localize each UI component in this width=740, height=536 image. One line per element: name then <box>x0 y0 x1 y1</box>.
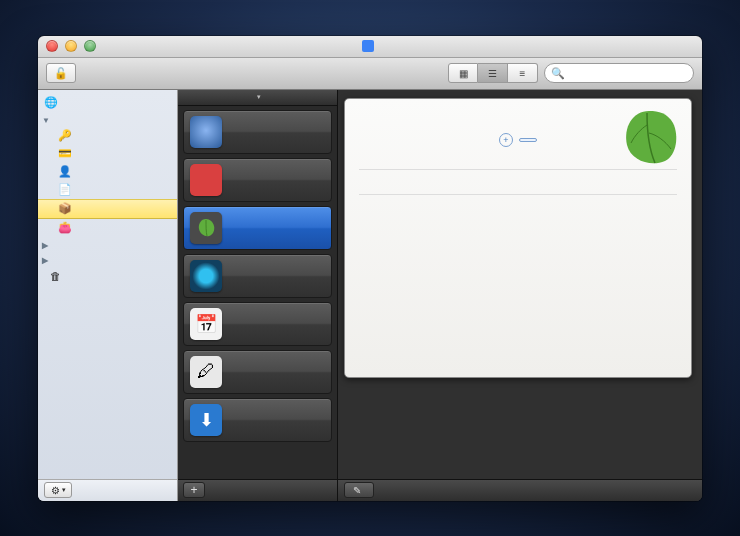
list-item[interactable]: ⬇ <box>183 398 332 442</box>
sidebar-item-software[interactable]: 📦 <box>38 199 177 219</box>
divider <box>359 169 677 170</box>
lock-button[interactable]: 🔓 <box>46 63 76 83</box>
tag-pill[interactable] <box>519 138 537 142</box>
tag-add-icon[interactable]: + <box>499 133 513 147</box>
app-icon-leap: ⬇ <box>190 404 222 436</box>
content-body: 🌐 ▼ 🔑 💳 👤 <box>38 90 702 501</box>
list-footer: + <box>178 479 337 501</box>
list-header[interactable]: ▾ <box>178 90 337 106</box>
list-icon: ☰ <box>488 68 497 79</box>
key-icon: 🔑 <box>58 129 72 143</box>
card-icon: 💳 <box>58 147 72 161</box>
detail-pane: + <box>338 90 702 501</box>
plus-icon: + <box>190 483 197 497</box>
app-icon-daisydisk <box>190 260 222 292</box>
sidebar-group-tags[interactable]: ▶ <box>38 252 177 267</box>
item-list-pane: ▾ <box>178 90 338 501</box>
sidebar-group-vault[interactable]: ▼ <box>38 112 177 127</box>
chevron-down-icon: ▾ <box>62 486 66 494</box>
list-item[interactable] <box>183 254 332 298</box>
view-segmented-control: ▦ ☰ ≡ <box>448 63 538 83</box>
list-item[interactable] <box>183 158 332 202</box>
grid-icon: ▦ <box>459 68 468 79</box>
sidebar-item-accounts[interactable]: 💳 <box>38 145 177 163</box>
sidebar-item-secure-notes[interactable]: 📄 <box>38 181 177 199</box>
gear-icon: ⚙ <box>51 485 60 496</box>
wallet-icon: 👛 <box>58 221 72 235</box>
sidebar-group-folders[interactable]: ▶ <box>38 237 177 252</box>
sidebar-item-logins[interactable]: 🔑 <box>38 127 177 145</box>
note-icon: 📄 <box>58 183 72 197</box>
toolbar: 🔓 ▦ ☰ ≡ 🔍 <box>38 58 702 90</box>
add-item-button[interactable]: + <box>183 482 205 498</box>
app-window: 🔓 ▦ ☰ ≡ 🔍 🌐 ▼ <box>38 36 702 501</box>
search-field[interactable]: 🔍 <box>544 63 694 83</box>
divider <box>359 194 677 195</box>
list-item-selected[interactable] <box>183 206 332 250</box>
sidebar-item-trash[interactable]: 🗑 <box>38 267 177 285</box>
window-title <box>38 40 702 52</box>
list-item[interactable] <box>183 110 332 154</box>
trash-icon: 🗑 <box>48 269 62 283</box>
sidebar-item-identities[interactable]: 👤 <box>38 163 177 181</box>
gear-menu-button[interactable]: ⚙▾ <box>44 482 72 498</box>
disclosure-down-icon: ▼ <box>42 116 50 125</box>
list-item[interactable]: 📅 <box>183 302 332 346</box>
globe-icon: 🌐 <box>44 96 58 110</box>
detail-card: + <box>344 98 692 378</box>
app-icon-1password <box>190 116 222 148</box>
unlock-icon: 🔓 <box>54 67 68 80</box>
detail-footer: ✎ <box>338 479 702 501</box>
disclosure-right-icon: ▶ <box>42 256 48 265</box>
leaf-icon <box>617 105 681 169</box>
titlebar <box>38 36 702 58</box>
chevron-down-icon: ▾ <box>257 93 261 101</box>
sidebar-browser-extensions[interactable]: 🌐 <box>38 94 177 112</box>
person-icon: 👤 <box>58 165 72 179</box>
app-icon <box>362 40 374 52</box>
box-icon: 📦 <box>58 202 72 216</box>
view-columns-button[interactable]: ≡ <box>508 63 538 83</box>
pencil-icon: ✎ <box>353 485 361 496</box>
search-icon: 🔍 <box>551 67 565 80</box>
disclosure-right-icon: ▶ <box>42 241 48 250</box>
view-grid-button[interactable]: ▦ <box>448 63 478 83</box>
columns-icon: ≡ <box>520 68 526 79</box>
app-icon-candybar <box>190 164 222 196</box>
app-icon-coda <box>190 212 222 244</box>
list-item[interactable]: 🖊 <box>183 350 332 394</box>
sidebar: 🌐 ▼ 🔑 💳 👤 <box>38 90 178 501</box>
view-list-button[interactable]: ☰ <box>478 63 508 83</box>
sidebar-item-wallet[interactable]: 👛 <box>38 219 177 237</box>
app-icon-knox: 📅 <box>190 308 222 340</box>
search-input[interactable] <box>569 67 687 79</box>
edit-button[interactable]: ✎ <box>344 482 374 498</box>
sidebar-footer: ⚙▾ <box>38 479 177 501</box>
app-icon-layers: 🖊 <box>190 356 222 388</box>
item-list: 📅 🖊 ⬇ <box>178 106 337 479</box>
